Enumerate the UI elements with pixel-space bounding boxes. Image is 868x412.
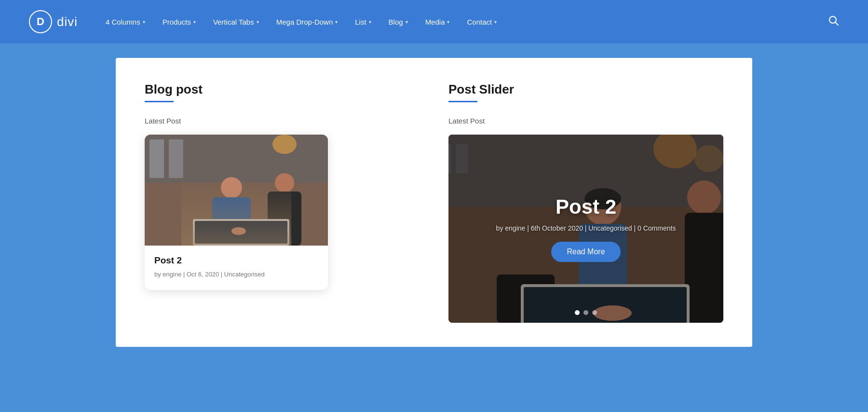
nav-item-vertical-tabs[interactable]: Vertical Tabs ▾ [204, 0, 268, 43]
post-info: Post 2 by engine | Oct 6, 2020 | Uncateg… [145, 246, 328, 290]
logo-circle: D [29, 10, 52, 33]
svg-rect-5 [169, 139, 183, 178]
post-image [145, 135, 328, 246]
nav-item-blog[interactable]: Blog ▾ [380, 0, 417, 43]
svg-point-13 [231, 227, 246, 235]
post-card-meta: by engine | Oct 6, 2020 | Uncategorised [154, 271, 318, 278]
blog-section-underline [145, 101, 174, 102]
chevron-down-icon: ▾ [447, 19, 449, 25]
blog-latest-post-label: Latest Post [145, 117, 420, 125]
nav-item-mega-dropdown[interactable]: Mega Drop-Down ▾ [268, 0, 347, 43]
post-slider-section: Post Slider Latest Post [448, 82, 723, 323]
svg-point-7 [221, 177, 242, 198]
nav-item-list[interactable]: List ▾ [346, 0, 380, 43]
blog-post-section: Blog post Latest Post [145, 82, 420, 323]
search-icon[interactable] [828, 15, 839, 28]
chevron-down-icon: ▾ [193, 19, 196, 25]
nav-item-products[interactable]: Products ▾ [154, 0, 204, 43]
main-wrapper: Blog post Latest Post [0, 43, 868, 376]
svg-rect-10 [268, 192, 301, 246]
nav-item-media[interactable]: Media ▾ [417, 0, 459, 43]
slider-latest-post-label: Latest Post [448, 117, 723, 125]
svg-line-1 [836, 22, 839, 25]
slider-post-title: Post 2 [556, 195, 616, 219]
svg-rect-12 [195, 221, 287, 244]
blog-section-title: Blog post [145, 82, 420, 97]
blog-post-card: Post 2 by engine | Oct 6, 2020 | Uncateg… [145, 135, 328, 290]
slider-post-meta: by engine | 6th October 2020 | Uncategor… [496, 224, 676, 232]
svg-rect-4 [149, 139, 164, 178]
svg-point-9 [275, 173, 294, 192]
chevron-down-icon: ▾ [257, 19, 259, 25]
nav-item-contact[interactable]: Contact ▾ [458, 0, 505, 43]
post-card-title: Post 2 [154, 255, 318, 266]
nav-item-4columns[interactable]: 4 Columns ▾ [97, 0, 154, 43]
chevron-down-icon: ▾ [406, 19, 408, 25]
slider-section-underline [448, 101, 477, 102]
chevron-down-icon: ▾ [369, 19, 371, 25]
slider-section-title: Post Slider [448, 82, 723, 97]
read-more-button[interactable]: Read More [551, 242, 620, 262]
nav-menu: 4 Columns ▾ Products ▾ Vertical Tabs ▾ M… [97, 0, 828, 43]
logo-text: divi [57, 14, 78, 29]
navbar: D divi 4 Columns ▾ Products ▾ Vertical T… [0, 0, 868, 43]
svg-rect-8 [212, 197, 251, 246]
content-card: Blog post Latest Post [116, 58, 752, 347]
svg-rect-11 [193, 219, 289, 246]
slider-container: Post 2 by engine | 6th October 2020 | Un… [448, 135, 723, 323]
slider-dot-2[interactable] [583, 310, 588, 315]
slider-dots [575, 310, 597, 315]
chevron-down-icon: ▾ [143, 19, 145, 25]
logo-link[interactable]: D divi [29, 10, 78, 33]
slider-overlay: Post 2 by engine | 6th October 2020 | Un… [448, 135, 723, 323]
chevron-down-icon: ▾ [494, 19, 497, 25]
slider-dot-1[interactable] [575, 310, 580, 315]
chevron-down-icon: ▾ [335, 19, 338, 25]
slider-dot-3[interactable] [592, 310, 597, 315]
svg-point-6 [272, 135, 297, 154]
